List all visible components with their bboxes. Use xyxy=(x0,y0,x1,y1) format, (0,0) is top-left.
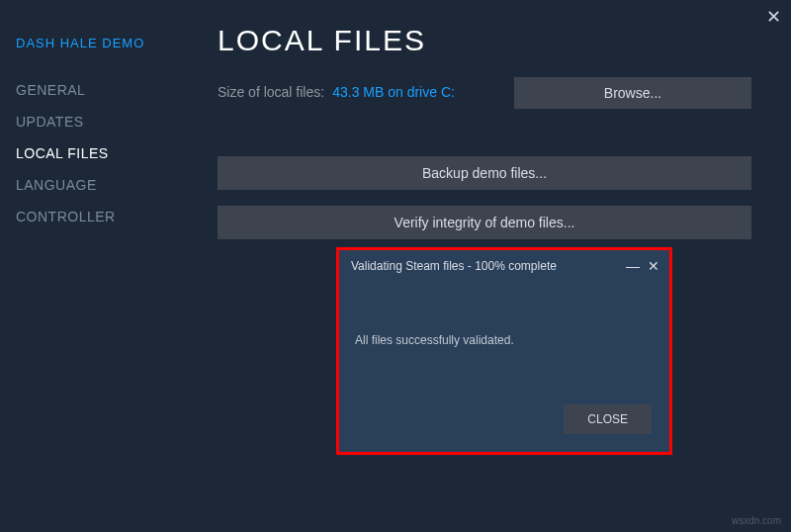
nav-local-files[interactable]: LOCAL FILES xyxy=(16,137,198,169)
size-label: Size of local files: xyxy=(218,84,324,100)
backup-button[interactable]: Backup demo files... xyxy=(218,156,751,190)
minimize-icon[interactable]: — xyxy=(626,258,640,274)
nav-controller[interactable]: CONTROLLER xyxy=(16,201,198,232)
dialog-title: Validating Steam files - 100% complete xyxy=(351,259,557,273)
nav-general[interactable]: GENERAL xyxy=(16,74,198,106)
nav-language[interactable]: LANGUAGE xyxy=(16,169,198,201)
validation-dialog: Validating Steam files - 100% complete —… xyxy=(336,247,672,455)
dialog-footer: CLOSE xyxy=(564,404,652,434)
game-title: DASH HALE DEMO xyxy=(16,36,198,50)
dialog-close-button[interactable]: CLOSE xyxy=(564,404,652,434)
main-panel: LOCAL FILES Size of local files: 43.3 MB… xyxy=(218,0,771,255)
nav-updates[interactable]: UPDATES xyxy=(16,106,198,137)
dialog-message: All files successfully validated. xyxy=(339,278,669,347)
watermark: wsxdn.com xyxy=(732,515,781,526)
size-value-link[interactable]: 43.3 MB on drive C: xyxy=(332,84,455,100)
sidebar: DASH HALE DEMO GENERAL UPDATES LOCAL FIL… xyxy=(0,0,198,532)
browse-button[interactable]: Browse... xyxy=(514,77,751,109)
dialog-controls: — ✕ xyxy=(626,258,659,274)
close-icon[interactable]: ✕ xyxy=(648,258,659,274)
page-title: LOCAL FILES xyxy=(218,24,771,57)
verify-button[interactable]: Verify integrity of demo files... xyxy=(218,206,751,239)
dialog-titlebar[interactable]: Validating Steam files - 100% complete —… xyxy=(339,250,669,278)
